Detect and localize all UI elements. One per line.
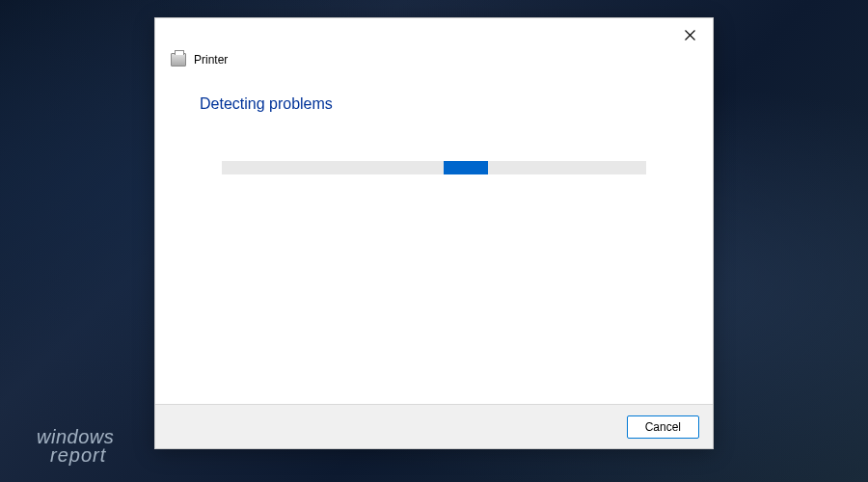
watermark-logo: windows report bbox=[37, 428, 114, 465]
progress-indicator bbox=[444, 161, 488, 174]
status-heading: Detecting problems bbox=[200, 95, 668, 113]
dialog-title: Printer bbox=[194, 53, 228, 67]
dialog-title-row: Printer bbox=[155, 53, 713, 67]
cancel-button[interactable]: Cancel bbox=[627, 415, 699, 439]
dialog-content: Detecting problems bbox=[155, 67, 713, 404]
dialog-titlebar bbox=[155, 18, 713, 51]
watermark-line2: report bbox=[50, 446, 114, 465]
progress-bar bbox=[222, 161, 646, 174]
dialog-footer: Cancel bbox=[155, 404, 713, 448]
troubleshooter-dialog: Printer Detecting problems Cancel bbox=[154, 17, 714, 449]
close-button[interactable] bbox=[678, 23, 701, 46]
close-icon bbox=[685, 30, 695, 40]
printer-icon bbox=[171, 53, 186, 67]
